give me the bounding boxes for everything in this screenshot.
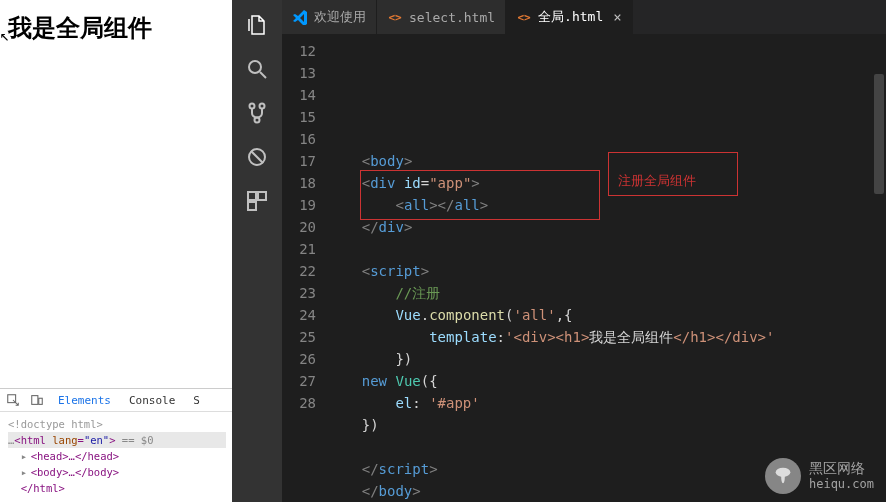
- code-content[interactable]: 注册全局组件 <body> <div id="app"> <all></all>…: [328, 34, 872, 502]
- watermark-title: 黑区网络: [809, 460, 874, 476]
- line-number: 24: [282, 304, 316, 326]
- editor-panel: 欢迎使用 <> select.html <> 全局.html × 1213141…: [232, 0, 886, 502]
- line-number: 25: [282, 326, 316, 348]
- code-line[interactable]: <all></all>: [328, 194, 872, 216]
- svg-point-7: [255, 118, 260, 123]
- tab-label: 全局.html: [538, 8, 603, 26]
- line-number: 17: [282, 150, 316, 172]
- activity-bar: [232, 0, 282, 502]
- source-control-icon[interactable]: [244, 100, 270, 126]
- extensions-icon[interactable]: [244, 188, 270, 214]
- code-line[interactable]: </div>: [328, 216, 872, 238]
- vscode-icon: [292, 9, 308, 25]
- devtools-tab-elements[interactable]: Elements: [54, 394, 115, 407]
- expand-arrow-icon[interactable]: ▸: [21, 448, 31, 464]
- devtools-dom-tree[interactable]: <!doctype html> …<html lang="en"> == $0 …: [0, 412, 232, 502]
- inspect-icon[interactable]: [6, 393, 20, 407]
- line-number: 23: [282, 282, 316, 304]
- dom-html-close: </html>: [21, 482, 65, 494]
- svg-point-6: [260, 104, 265, 109]
- dom-body[interactable]: <body>…</body>: [31, 466, 120, 478]
- line-number: 15: [282, 106, 316, 128]
- svg-point-13: [776, 468, 791, 477]
- html-file-icon: <>: [387, 9, 403, 25]
- line-number: 21: [282, 238, 316, 260]
- svg-rect-2: [39, 398, 43, 404]
- scrollbar-thumb[interactable]: [874, 74, 884, 194]
- svg-line-9: [251, 151, 263, 163]
- browser-preview: ↖ 我是全局组件: [0, 0, 232, 388]
- line-number: 28: [282, 392, 316, 414]
- watermark: 黑区网络 heiqu.com: [765, 458, 874, 494]
- svg-point-3: [249, 61, 261, 73]
- editor-main: 欢迎使用 <> select.html <> 全局.html × 1213141…: [282, 0, 886, 502]
- html-file-icon: <>: [516, 9, 532, 25]
- line-number: 26: [282, 348, 316, 370]
- line-number: 13: [282, 62, 316, 84]
- search-icon[interactable]: [244, 56, 270, 82]
- code-line[interactable]: <body>: [328, 150, 872, 172]
- preview-heading: 我是全局组件: [8, 14, 224, 43]
- code-line[interactable]: //注册: [328, 282, 872, 304]
- device-toolbar-icon[interactable]: [30, 393, 44, 407]
- line-gutter: 1213141516171819202122232425262728: [282, 34, 328, 502]
- line-number: 19: [282, 194, 316, 216]
- expand-arrow-icon[interactable]: ▸: [21, 464, 31, 480]
- line-number: 22: [282, 260, 316, 282]
- line-number: 20: [282, 216, 316, 238]
- code-line[interactable]: <div id="app">: [328, 172, 872, 194]
- line-number: 18: [282, 172, 316, 194]
- code-line[interactable]: [328, 238, 872, 260]
- code-line[interactable]: }): [328, 348, 872, 370]
- debug-icon[interactable]: [244, 144, 270, 170]
- code-line[interactable]: Vue.component('all',{: [328, 304, 872, 326]
- cursor-icon: ↖: [0, 26, 10, 45]
- tab-global-html[interactable]: <> 全局.html ×: [506, 0, 633, 34]
- dom-html-open[interactable]: <html lang="en">: [14, 434, 115, 446]
- line-number: 14: [282, 84, 316, 106]
- tab-label: select.html: [409, 10, 495, 25]
- dom-head[interactable]: <head>…</head>: [31, 450, 120, 462]
- vertical-scrollbar[interactable]: [872, 34, 886, 502]
- close-icon[interactable]: ×: [613, 9, 621, 25]
- code-line[interactable]: <script>: [328, 260, 872, 282]
- dom-doctype: <!doctype html>: [8, 418, 103, 430]
- code-line[interactable]: }): [328, 414, 872, 436]
- tab-label: 欢迎使用: [314, 8, 366, 26]
- line-number: 12: [282, 40, 316, 62]
- code-editor[interactable]: 1213141516171819202122232425262728 注册全局组…: [282, 34, 886, 502]
- svg-point-5: [250, 104, 255, 109]
- devtools-tabs: Elements Console S: [0, 391, 232, 412]
- watermark-logo-icon: [765, 458, 801, 494]
- code-line[interactable]: el: '#app': [328, 392, 872, 414]
- svg-rect-12: [248, 202, 256, 210]
- tab-select-html[interactable]: <> select.html: [377, 0, 506, 34]
- svg-rect-1: [32, 396, 38, 405]
- line-number: 16: [282, 128, 316, 150]
- svg-rect-10: [248, 192, 256, 200]
- browser-panel: ↖ 我是全局组件 Elements Console S <!doctype ht…: [0, 0, 232, 502]
- devtools: Elements Console S <!doctype html> …<htm…: [0, 388, 232, 502]
- dom-selected-indicator: == $0: [122, 434, 154, 446]
- tab-bar: 欢迎使用 <> select.html <> 全局.html ×: [282, 0, 886, 34]
- svg-line-4: [260, 72, 266, 78]
- devtools-tab-more[interactable]: S: [189, 394, 204, 407]
- code-line[interactable]: [328, 436, 872, 458]
- annotation-label: 注册全局组件: [618, 170, 696, 192]
- code-line[interactable]: template:'<div><h1>我是全局组件</h1></div>': [328, 326, 872, 348]
- watermark-url: heiqu.com: [809, 476, 874, 492]
- line-number: 27: [282, 370, 316, 392]
- svg-rect-11: [258, 192, 266, 200]
- watermark-text: 黑区网络 heiqu.com: [809, 460, 874, 492]
- explorer-icon[interactable]: [244, 12, 270, 38]
- devtools-tab-console[interactable]: Console: [125, 394, 179, 407]
- tab-welcome[interactable]: 欢迎使用: [282, 0, 377, 34]
- code-line[interactable]: new Vue({: [328, 370, 872, 392]
